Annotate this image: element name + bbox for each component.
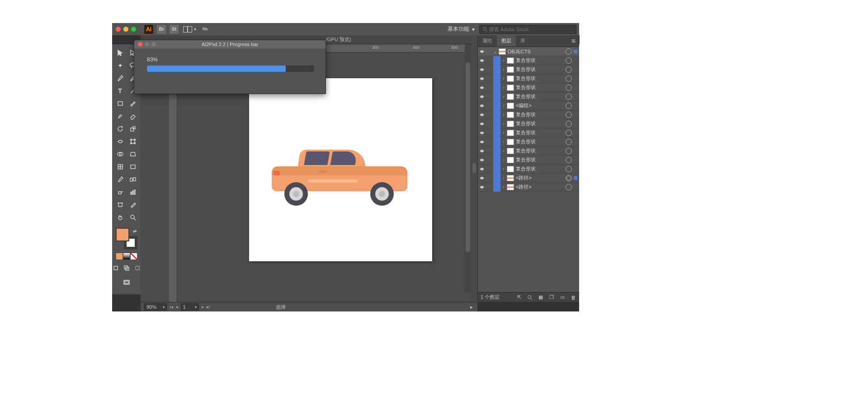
- search-icon[interactable]: [527, 294, 533, 301]
- disclosure-toggle[interactable]: ›: [500, 67, 507, 72]
- bridge-button[interactable]: Br: [157, 25, 166, 34]
- target-icon[interactable]: [566, 57, 572, 64]
- new-layer-icon[interactable]: ▭: [559, 294, 566, 301]
- target-icon[interactable]: [566, 85, 572, 91]
- visibility-toggle[interactable]: [478, 85, 486, 90]
- disclosure-toggle[interactable]: ›: [500, 167, 507, 171]
- scrollbar-thumb[interactable]: [466, 62, 470, 252]
- layer-name[interactable]: 复合形状: [516, 75, 566, 82]
- disclosure-toggle[interactable]: ›: [500, 85, 507, 90]
- free-transform-tool[interactable]: [128, 137, 138, 146]
- layer-row[interactable]: ›复合形状: [478, 110, 579, 119]
- layer-name[interactable]: 复合形状: [516, 111, 566, 118]
- visibility-toggle[interactable]: [478, 157, 486, 163]
- eyedropper-tool[interactable]: [115, 174, 125, 184]
- layer-name[interactable]: 复合形状: [516, 57, 566, 64]
- stock-button[interactable]: St: [170, 25, 179, 34]
- target-icon[interactable]: [566, 103, 572, 109]
- target-icon[interactable]: [566, 48, 572, 55]
- disclosure-toggle[interactable]: ›: [500, 131, 507, 135]
- visibility-toggle[interactable]: [478, 103, 486, 108]
- visibility-toggle[interactable]: [478, 166, 486, 172]
- disclosure-toggle[interactable]: ›: [500, 122, 507, 126]
- layer-name[interactable]: <路径>: [516, 174, 566, 181]
- new-sublayer-icon[interactable]: ❐: [548, 294, 555, 301]
- disclosure-toggle[interactable]: ›: [500, 176, 507, 180]
- artboard-dropdown[interactable]: 1▾: [181, 303, 199, 311]
- layer-row[interactable]: ›复合形状: [478, 165, 579, 174]
- last-artboard-button[interactable]: ▸I: [207, 305, 210, 309]
- layer-name[interactable]: 复合形状: [516, 93, 566, 100]
- layer-list[interactable]: ⌄ OBJECTS ›复合形状›复合形状›复合形状›复合形状›复合形状›<编组>…: [478, 47, 579, 275]
- shaper-tool[interactable]: [115, 111, 125, 121]
- next-artboard-button[interactable]: ▸: [202, 305, 204, 309]
- disclosure-toggle[interactable]: ›: [500, 113, 507, 117]
- layer-name[interactable]: 复合形状: [516, 129, 566, 136]
- color-mode-gradient[interactable]: [123, 253, 130, 259]
- disclosure-toggle[interactable]: ›: [500, 76, 507, 81]
- layer-name[interactable]: 复合形状: [516, 120, 566, 127]
- draw-normal[interactable]: [111, 263, 121, 273]
- color-mode-solid[interactable]: [116, 253, 123, 259]
- stock-search[interactable]: [479, 25, 576, 34]
- target-icon[interactable]: [566, 184, 572, 190]
- target-icon[interactable]: [566, 66, 572, 73]
- locate-object-icon[interactable]: ⇱: [516, 294, 522, 301]
- target-icon[interactable]: [566, 139, 572, 145]
- target-icon[interactable]: [566, 94, 572, 100]
- layer-name[interactable]: 复合形状: [516, 156, 566, 163]
- layer-row[interactable]: ›<路径>: [478, 174, 579, 183]
- hand-tool[interactable]: [115, 212, 125, 222]
- disclosure-toggle[interactable]: ›: [500, 104, 507, 108]
- layer-name[interactable]: 复合形状: [516, 84, 566, 91]
- gpu-preview-icon[interactable]: ✎: [201, 24, 211, 34]
- layer-row[interactable]: ›复合形状: [478, 74, 579, 83]
- layer-row[interactable]: ›复合形状: [478, 83, 579, 92]
- shape-builder-tool[interactable]: [115, 149, 125, 159]
- workspace-switcher[interactable]: 基本功能 ▾: [443, 25, 479, 33]
- draw-behind[interactable]: [122, 263, 132, 273]
- layer-name[interactable]: <编组>: [516, 102, 566, 109]
- layer-row-top[interactable]: ⌄ OBJECTS: [478, 47, 579, 56]
- swap-fill-stroke-icon[interactable]: ⇄: [133, 229, 137, 234]
- column-graph-tool[interactable]: [128, 187, 138, 197]
- window-minimize-button[interactable]: [123, 27, 128, 32]
- type-tool[interactable]: T: [115, 86, 125, 96]
- window-close-button[interactable]: [116, 27, 121, 32]
- fill-swatch[interactable]: [116, 228, 129, 241]
- arrange-documents-button[interactable]: [183, 26, 192, 33]
- disclosure-toggle[interactable]: ›: [500, 185, 507, 189]
- selection-tool[interactable]: [115, 48, 125, 58]
- status-menu-button[interactable]: ▸: [470, 304, 473, 310]
- visibility-toggle[interactable]: [478, 148, 486, 154]
- make-clip-mask-icon[interactable]: ▦: [538, 294, 544, 301]
- fill-stroke-swatch[interactable]: ⇄: [116, 228, 137, 250]
- artboard[interactable]: [249, 78, 432, 261]
- visibility-toggle[interactable]: [478, 94, 486, 99]
- layer-row[interactable]: ›复合形状: [478, 65, 579, 74]
- layer-name[interactable]: <路径>: [516, 184, 566, 190]
- dialog-titlebar[interactable]: Ai2Psd 2.2 | Progress bar: [134, 40, 326, 48]
- disclosure-toggle[interactable]: ›: [500, 94, 507, 99]
- color-mode-none[interactable]: [131, 253, 137, 259]
- visibility-toggle[interactable]: [478, 130, 486, 136]
- target-icon[interactable]: [566, 75, 572, 82]
- target-icon[interactable]: [566, 130, 572, 136]
- first-artboard-button[interactable]: I◂: [170, 305, 173, 309]
- layer-row[interactable]: ›<路径>: [478, 183, 579, 192]
- visibility-toggle[interactable]: [478, 76, 486, 81]
- scale-tool[interactable]: [128, 124, 138, 134]
- layer-row[interactable]: ›复合形状: [478, 92, 579, 101]
- paintbrush-tool[interactable]: [128, 99, 138, 108]
- artboard-tool[interactable]: [115, 200, 125, 210]
- target-icon[interactable]: [566, 175, 572, 181]
- symbol-sprayer-tool[interactable]: [115, 187, 125, 197]
- slice-tool[interactable]: [128, 200, 138, 210]
- target-icon[interactable]: [566, 166, 572, 172]
- screen-mode-button[interactable]: [122, 278, 132, 287]
- visibility-toggle[interactable]: [478, 67, 486, 72]
- disclosure-toggle[interactable]: ⌄: [492, 49, 499, 54]
- visibility-toggle[interactable]: [478, 184, 486, 190]
- target-icon[interactable]: [566, 121, 572, 127]
- panel-menu-button[interactable]: ≡: [568, 35, 579, 47]
